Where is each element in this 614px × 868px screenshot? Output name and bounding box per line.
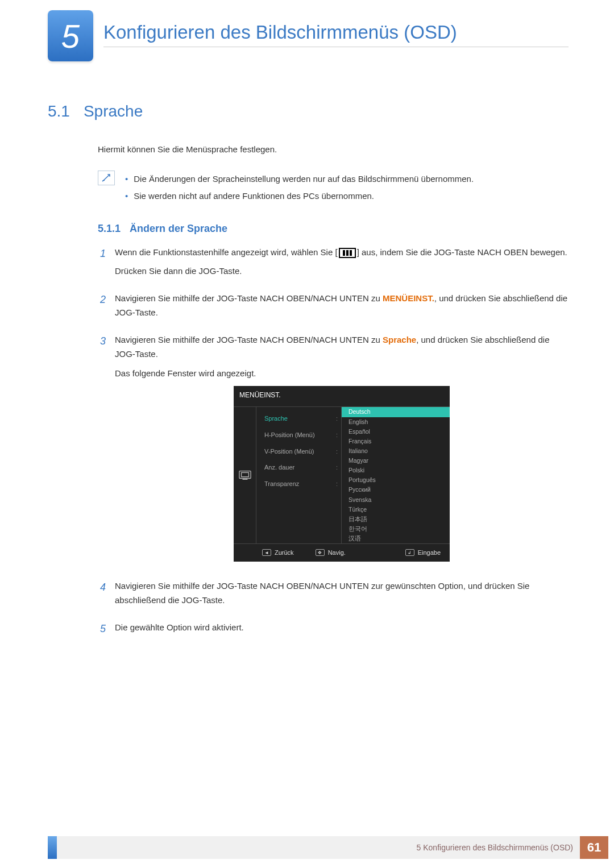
osd-option: 日本語 xyxy=(342,514,450,524)
osd-option: 한국어 xyxy=(342,524,450,534)
osd-screenshot: MENÜEINST. Sprache H-Position (Menü) V-P… xyxy=(234,386,450,562)
osd-footer: ◄Zurück ✥Navig. ↲Eingabe xyxy=(234,544,450,562)
step-body: Navigieren Sie mithilfe der JOG-Taste NA… xyxy=(115,333,569,571)
step-number: 5 xyxy=(98,620,106,639)
osd-right-column: Deutsch English Español Français Italian… xyxy=(342,407,450,543)
osd-option: Français xyxy=(342,437,450,446)
osd-menu-item: Anz. dauer xyxy=(256,459,341,476)
svg-rect-0 xyxy=(239,471,250,479)
osd-option: Deutsch xyxy=(342,407,450,417)
footer-accent xyxy=(48,836,57,859)
note-icon xyxy=(98,171,115,185)
osd-option: 汉语 xyxy=(342,534,450,543)
step-body: Die gewählte Option wird aktiviert. xyxy=(115,620,569,639)
osd-option: Svenska xyxy=(342,495,450,505)
osd-option: Polski xyxy=(342,466,450,475)
osd-option: Türkçe xyxy=(342,505,450,514)
chapter-number-badge: 5 xyxy=(48,10,93,61)
osd-menu-item: V-Position (Menü) xyxy=(256,443,341,460)
osd-option: Português xyxy=(342,475,450,485)
step-number: 1 xyxy=(98,245,106,283)
step-number: 4 xyxy=(98,579,106,612)
osd-option: English xyxy=(342,417,450,427)
step-body: Wenn die Funktionstastenhilfe angezeigt … xyxy=(115,245,569,283)
section-title: Sprache xyxy=(84,102,143,121)
enter-icon: ↲ xyxy=(405,549,414,556)
divider xyxy=(103,47,569,47)
menu-icon xyxy=(339,248,356,258)
osd-left-column: Sprache H-Position (Menü) V-Position (Me… xyxy=(256,407,342,543)
page-number: 61 xyxy=(580,836,608,859)
footer-text: 5 Konfigurieren des Bildschirmmenüs (OSD… xyxy=(417,843,573,852)
osd-menu-item: Sprache xyxy=(256,410,341,427)
section-number: 5.1 xyxy=(48,102,70,121)
back-icon: ◄ xyxy=(262,549,271,556)
step-number: 3 xyxy=(98,333,106,571)
osd-option: Italiano xyxy=(342,446,450,456)
osd-option: Español xyxy=(342,427,450,437)
step-number: 2 xyxy=(98,291,106,325)
nav-icon: ✥ xyxy=(316,549,325,556)
osd-option: Magyar xyxy=(342,456,450,466)
osd-menu-item: Transparenz xyxy=(256,476,341,492)
step-body: Navigieren Sie mithilfe der JOG-Taste NA… xyxy=(115,579,569,612)
osd-menu-item: H-Position (Menü) xyxy=(256,427,341,443)
osd-option: Русский xyxy=(342,485,450,495)
subsection-number: 5.1.1 xyxy=(98,223,121,235)
subsection-title: Ändern der Sprache xyxy=(130,223,227,235)
note-item: Die Änderungen der Spracheinstellung wer… xyxy=(125,171,474,188)
note-list: Die Änderungen der Spracheinstellung wer… xyxy=(125,171,474,205)
page-footer: 5 Konfigurieren des Bildschirmmenüs (OSD… xyxy=(57,836,608,859)
chapter-title: Konfigurieren des Bildschirmmenüs (OSD) xyxy=(103,22,457,43)
step-body: Navigieren Sie mithilfe der JOG-Taste NA… xyxy=(115,291,569,325)
osd-screen-icon xyxy=(234,407,256,543)
osd-title: MENÜEINST. xyxy=(234,386,450,406)
section-intro: Hiermit können Sie die Menüsprache festl… xyxy=(98,142,569,157)
svg-rect-1 xyxy=(241,473,248,477)
note-item: Sie werden nicht auf andere Funktionen d… xyxy=(125,188,474,205)
